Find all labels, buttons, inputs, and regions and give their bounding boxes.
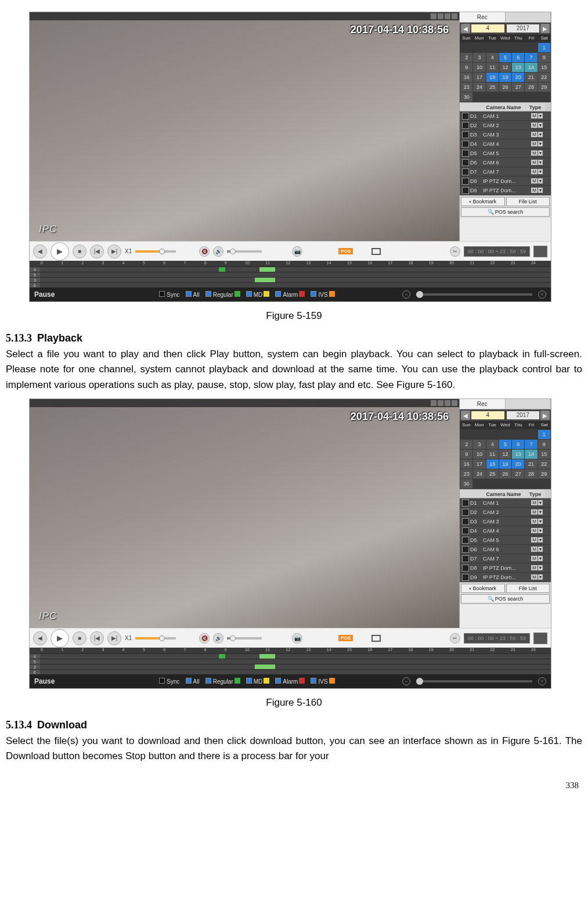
calendar-day[interactable]: 15 [538,450,550,459]
camera-type[interactable]: M▾ [529,141,545,146]
camera-type[interactable]: M▾ [529,113,545,118]
pos-button[interactable]: POS [338,248,353,254]
calendar-day[interactable]: 27 [512,82,524,92]
calendar-day[interactable]: 12 [499,450,511,459]
volume-mute-button[interactable]: 🔇 [199,633,210,644]
camera-row[interactable]: D1CAM 1M▾ [460,498,551,508]
snapshot-button[interactable]: 📷 [292,246,302,257]
camera-checkbox[interactable] [462,159,469,166]
calendar-year[interactable]: 2017 [507,24,540,33]
prev-frame-button[interactable]: |◀ [90,631,104,645]
calendar-month[interactable]: 4 [471,411,504,419]
camera-checkbox[interactable] [462,141,469,148]
clip-start-icon[interactable]: ✂ [450,246,460,257]
camera-type[interactable]: M▾ [529,150,545,156]
camera-row[interactable]: D7CAM 7M▾ [460,167,551,177]
window-icon[interactable] [431,13,437,19]
speed-slider[interactable] [135,250,176,253]
calendar-day[interactable]: 29 [538,469,550,479]
camera-checkbox[interactable] [462,187,469,194]
calendar-day[interactable]: 13 [512,450,524,459]
camera-type[interactable]: M▾ [529,565,545,570]
calendar-day[interactable]: 30 [460,479,472,488]
play-button[interactable]: ▶ [50,629,69,648]
camera-checkbox[interactable] [462,509,469,516]
alarm-toggle[interactable]: Alarm [275,678,305,685]
calendar-day[interactable]: 14 [525,63,537,72]
tab-other[interactable] [506,399,551,409]
scroll-up-icon[interactable] [545,103,551,111]
window-icon[interactable] [452,13,457,19]
next-arrow-icon[interactable]: ▶ [540,411,550,420]
camera-type[interactable]: M▾ [529,500,545,505]
calendar-day[interactable]: 9 [460,63,472,72]
calendar-day[interactable]: 21 [525,73,537,82]
tab-other[interactable] [506,12,551,22]
all-toggle[interactable]: All [186,678,200,685]
calendar-day[interactable]: 16 [460,459,472,469]
window-icon[interactable] [452,400,457,406]
rewind-button[interactable]: ◀ [33,245,47,258]
calendar-day[interactable]: 23 [460,82,472,92]
timeline-row[interactable]: 4 [30,653,551,659]
calendar-day[interactable]: 5 [499,440,511,449]
camera-checkbox[interactable] [462,150,469,157]
calendar-day[interactable]: 24 [473,82,485,92]
camera-type[interactable]: M▾ [529,160,545,165]
camera-type[interactable]: M▾ [529,574,545,580]
camera-type[interactable]: M▾ [529,188,545,193]
calendar-day[interactable]: 19 [499,73,511,82]
ivs-toggle[interactable]: IVS [311,678,334,685]
camera-row[interactable]: D6CAM 6M▾ [460,158,551,167]
stop-button[interactable]: ■ [73,631,86,645]
save-clip-button[interactable] [533,633,547,644]
zoom-in-icon[interactable]: + [538,290,546,299]
calendar-day[interactable]: 1 [538,430,550,439]
bookmark-button[interactable]: ⭑Bookmark [461,197,505,206]
tab-rec[interactable]: Rec [460,399,506,409]
camera-checkbox[interactable] [462,565,469,572]
camera-row[interactable]: D5CAM 5M▾ [460,149,551,158]
camera-row[interactable]: D3CAM 3M▾ [460,517,551,526]
regular-toggle[interactable]: Regular [205,291,240,298]
window-icon[interactable] [438,400,443,406]
camera-checkbox[interactable] [462,168,469,175]
camera-checkbox[interactable] [462,574,469,581]
calendar-day[interactable]: 2 [460,440,472,449]
next-frame-button[interactable]: ▶| [107,245,121,258]
calendar-day[interactable]: 15 [538,63,550,72]
calendar-day[interactable]: 7 [525,53,537,62]
calendar-day[interactable]: 18 [486,459,499,469]
calendar-day[interactable]: 19 [499,459,511,469]
calendar-day[interactable]: 13 [512,63,524,72]
camera-type[interactable]: M▾ [529,123,545,128]
calendar-day[interactable]: 8 [538,440,550,449]
filelist-button[interactable]: File List [506,197,550,206]
camera-row[interactable]: D8IP PTZ Dom...M▾ [460,177,551,186]
volume-button[interactable]: 🔊 [213,246,223,257]
volume-button[interactable]: 🔊 [213,633,223,644]
window-icon[interactable] [445,400,450,406]
filelist-button[interactable]: File List [506,584,550,593]
camera-type[interactable]: M▾ [529,547,545,552]
pos-search-button[interactable]: 🔍POS search [461,594,550,603]
zoom-out-icon[interactable]: − [402,290,410,299]
volume-mute-button[interactable]: 🔇 [199,246,210,257]
volume-slider[interactable] [227,637,262,639]
calendar-day[interactable]: 16 [460,73,472,82]
window-icon[interactable] [438,13,443,19]
fullscreen-icon[interactable] [371,248,381,255]
camera-row[interactable]: D2CAM 2M▾ [460,121,551,130]
camera-row[interactable]: D1CAM 1M▾ [460,112,551,121]
regular-toggle[interactable]: Regular [205,678,240,685]
prev-frame-button[interactable]: |◀ [90,245,104,258]
window-icon[interactable] [431,400,437,406]
rewind-button[interactable]: ◀ [33,631,47,645]
camera-row[interactable]: D9IP PTZ Dom...M▾ [460,186,551,195]
zoom-out-icon[interactable]: − [402,677,410,685]
calendar-day[interactable]: 9 [460,450,472,459]
pos-button[interactable]: POS [338,635,353,641]
calendar-day[interactable]: 11 [486,63,499,72]
camera-checkbox[interactable] [462,555,469,562]
camera-checkbox[interactable] [462,518,469,525]
